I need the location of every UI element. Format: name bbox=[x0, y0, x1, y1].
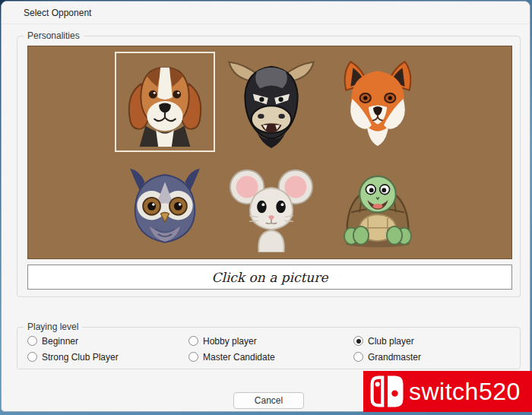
picture-dog[interactable] bbox=[115, 52, 215, 152]
picture-owl[interactable] bbox=[115, 158, 215, 258]
mouse-icon bbox=[227, 164, 315, 252]
fox-icon bbox=[331, 55, 424, 148]
owl-icon bbox=[123, 166, 207, 250]
radio-label: Master Candidate bbox=[203, 352, 275, 363]
radio-icon[interactable] bbox=[188, 352, 198, 362]
radio-label: Hobby player bbox=[203, 336, 257, 347]
watermark-banner: switch520 bbox=[363, 371, 532, 412]
radio-icon[interactable] bbox=[27, 336, 37, 346]
instruction-text: Click on a picture bbox=[211, 270, 328, 285]
playing-level-groupbox: Playing level Beginner Strong Club Playe… bbox=[17, 327, 521, 369]
switch-logo-icon bbox=[370, 375, 404, 407]
radio-label: Beginner bbox=[42, 336, 78, 347]
radio-grandmaster[interactable]: Grandmaster bbox=[353, 350, 515, 363]
radio-icon[interactable] bbox=[353, 352, 363, 362]
bull-icon bbox=[223, 54, 319, 150]
radio-label: Strong Club Player bbox=[42, 352, 119, 363]
picture-mouse[interactable] bbox=[221, 158, 321, 258]
select-opponent-dialog: Select Opponent Personalities bbox=[1, 1, 530, 412]
radio-strong-club-player[interactable]: Strong Club Player bbox=[27, 350, 188, 363]
instruction-banner: Click on a picture bbox=[27, 265, 512, 290]
options-column-3: Club player Grandmaster bbox=[353, 334, 515, 363]
titlebar: Select Opponent bbox=[2, 2, 530, 24]
turtle-icon bbox=[336, 166, 420, 250]
playing-level-label: Playing level bbox=[24, 321, 82, 333]
dog-icon bbox=[120, 57, 210, 147]
radio-club-player[interactable]: Club player bbox=[353, 334, 515, 347]
personalities-panel bbox=[27, 46, 512, 259]
radio-hobby-player[interactable]: Hobby player bbox=[188, 334, 353, 347]
radio-icon[interactable] bbox=[353, 336, 363, 346]
personalities-label: Personalities bbox=[24, 30, 84, 42]
pictures-grid bbox=[28, 46, 511, 258]
options-column-2: Hobby player Master Candidate bbox=[188, 334, 353, 363]
radio-label: Grandmaster bbox=[368, 352, 421, 363]
radio-label: Club player bbox=[368, 336, 414, 347]
watermark-text: switch520 bbox=[409, 371, 521, 412]
picture-turtle[interactable] bbox=[328, 158, 428, 258]
options-column-1: Beginner Strong Club Player bbox=[27, 334, 188, 363]
playing-level-options: Beginner Strong Club Player Hobby player… bbox=[27, 334, 515, 363]
picture-fox[interactable] bbox=[328, 52, 428, 152]
cancel-button[interactable]: Cancel bbox=[233, 392, 304, 409]
radio-beginner[interactable]: Beginner bbox=[27, 334, 188, 347]
personalities-groupbox: Personalities bbox=[17, 36, 521, 297]
radio-icon[interactable] bbox=[27, 352, 37, 362]
picture-bull[interactable] bbox=[221, 52, 321, 152]
radio-master-candidate[interactable]: Master Candidate bbox=[188, 350, 353, 363]
window-title: Select Opponent bbox=[24, 8, 91, 18]
radio-icon[interactable] bbox=[188, 336, 198, 346]
